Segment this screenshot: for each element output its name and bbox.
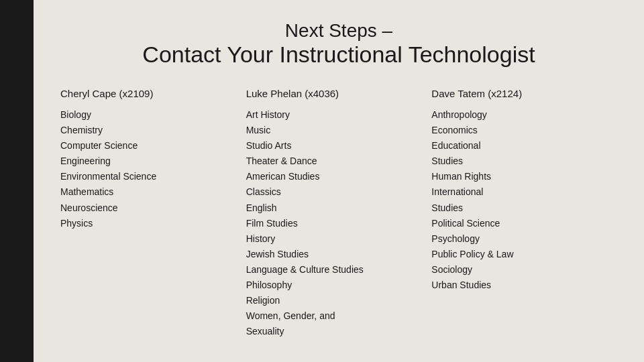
subject-item: Sociology: [431, 262, 617, 278]
subject-item: Studies: [431, 154, 617, 169]
subject-item: Art History: [246, 107, 432, 123]
subject-item: Economics: [431, 123, 617, 138]
title-line1: Next Steps –: [60, 20, 617, 42]
subject-item: Mathematics: [60, 184, 246, 200]
contacts-grid: Cheryl Cape (x2109)BiologyChemistryCompu…: [60, 88, 617, 339]
subject-item: Chemistry: [60, 123, 246, 138]
subject-item: Philosophy: [246, 278, 432, 293]
subject-item: Religion: [246, 293, 432, 308]
subject-item: Educational: [431, 138, 617, 154]
subject-item: International: [431, 184, 617, 200]
subject-item: Music: [246, 123, 432, 138]
subject-item: American Studies: [246, 169, 432, 184]
contact-name-2: Dave Tatem (x2124): [431, 88, 617, 99]
title-line2: Contact Your Instructional Technologist: [60, 42, 617, 68]
subject-item: Neuroscience: [60, 200, 246, 216]
contact-name-0: Cheryl Cape (x2109): [60, 88, 246, 99]
subject-list-1: Art HistoryMusicStudio ArtsTheater & Dan…: [246, 107, 432, 339]
subject-item: Studies: [431, 200, 617, 216]
subject-item: History: [246, 231, 432, 247]
subject-item: Environmental Science: [60, 169, 246, 184]
subject-item: Computer Science: [60, 138, 246, 154]
title-section: Next Steps – Contact Your Instructional …: [60, 20, 617, 68]
subject-item: Language & Culture Studies: [246, 262, 432, 278]
contact-column-1: Luke Phelan (x4036)Art HistoryMusicStudi…: [246, 88, 432, 339]
left-sidebar: [0, 0, 34, 362]
subject-item: Public Policy & Law: [431, 247, 617, 262]
main-content: Next Steps – Contact Your Instructional …: [34, 0, 644, 362]
subject-item: Political Science: [431, 216, 617, 231]
subject-item: Biology: [60, 107, 246, 123]
subject-item: Urban Studies: [431, 278, 617, 293]
subject-item: Theater & Dance: [246, 154, 432, 169]
subject-item: Psychology: [431, 231, 617, 247]
subject-item: Film Studies: [246, 216, 432, 231]
subject-item: Human Rights: [431, 169, 617, 184]
contact-name-1: Luke Phelan (x4036): [246, 88, 432, 99]
contact-column-2: Dave Tatem (x2124)AnthropologyEconomicsE…: [431, 88, 617, 339]
subject-item: English: [246, 200, 432, 216]
subject-item: Jewish Studies: [246, 247, 432, 262]
subject-item: Engineering: [60, 154, 246, 169]
subject-item: Anthropology: [431, 107, 617, 123]
subject-item: Women, Gender, and: [246, 308, 432, 324]
subject-list-0: BiologyChemistryComputer ScienceEngineer…: [60, 107, 246, 231]
subject-item: Classics: [246, 184, 432, 200]
subject-list-2: AnthropologyEconomicsEducationalStudiesH…: [431, 107, 617, 293]
contact-column-0: Cheryl Cape (x2109)BiologyChemistryCompu…: [60, 88, 246, 339]
subject-item: Studio Arts: [246, 138, 432, 154]
subject-item: Sexuality: [246, 324, 432, 339]
subject-item: Physics: [60, 216, 246, 231]
